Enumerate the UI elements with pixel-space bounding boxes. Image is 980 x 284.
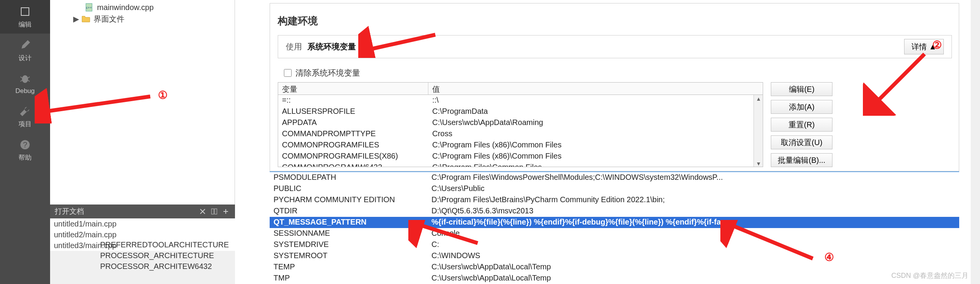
project-tree[interactable]: c++ mainwindow.cpp ▶ 界面文件 [50,0,235,205]
table-row[interactable]: QTDIRD:\Qt\Qt5.6.3\5.6.3\msvc2013 [270,206,959,217]
clear-env-label: 清除系统环境变量 [295,68,360,78]
wrench-icon [18,104,32,118]
build-env-title: 构建环境 [278,14,318,28]
table-row[interactable]: COMMONPROGRAMW6432C:\Program Files\Commo… [278,162,763,167]
tree-folder-label: 界面文件 [94,14,124,24]
svg-rect-12 [211,209,214,214]
table-row[interactable]: COMMONPROGRAMFILES(X86)C:\Program Files … [278,151,763,162]
tree-file[interactable]: c++ mainwindow.cpp [54,2,235,13]
tree-file-label: mainwindow.cpp [97,3,154,12]
scrollbar[interactable]: ▲ ▼ [753,95,763,167]
svg-text:c++: c++ [86,6,92,10]
tree-folder[interactable]: ▶ 界面文件 [54,13,235,25]
sidebar-item-label: Debug [15,87,35,95]
reset-button[interactable]: 重置(R) [771,118,832,132]
env-var-table[interactable]: 变量 值 =::::\ALLUSERSPROFILEC:\ProgramData… [278,82,763,167]
sidebar-item-debug[interactable]: Debug [0,67,50,100]
sidebar-item-label: 设计 [18,54,32,63]
sidebar-item-label: 编辑 [18,20,32,29]
chevron-up-icon: ▲ [929,42,936,51]
scroll-down-icon[interactable]: ▼ [756,161,761,167]
openfile-item[interactable]: untitled1/main.cpp [50,218,235,229]
table-row[interactable]: QT_MESSAGE_PATTERN%{if-critical}%{file}(… [270,217,959,228]
cpp-file-icon: c++ [85,3,94,12]
svg-rect-13 [215,209,217,214]
help-icon: ? [18,138,32,152]
table-row[interactable]: PYCHARM COMMUNITY EDITIOND:\Program File… [270,194,959,206]
details-button[interactable]: 详情 ▲ [904,39,944,54]
watermark: CSDN @春意盎然的三月 [891,271,968,280]
sidebar-item-help[interactable]: ? 帮助 [0,133,50,167]
sidebar-item-label: 帮助 [18,153,32,162]
unset-button[interactable]: 取消设置(U) [771,135,832,149]
edit-icon [18,5,32,19]
openfiles-title: 打开文档 [55,206,84,216]
clear-env-checkbox[interactable] [284,69,292,77]
build-env-box: 构建环境 使用 系统环境变量 详情 ▲ 清除系统环境变量 变量 值 =::::\… [270,3,959,171]
plus-icon[interactable] [221,207,230,216]
table-row[interactable]: ALLUSERSPROFILEC:\ProgramData [278,106,763,117]
table-row[interactable]: PUBLICC:\Users\Public [270,183,959,194]
table-row[interactable]: PSMODULEPATHC:\Program Files\WindowsPowe… [270,172,959,183]
svg-rect-0 [21,8,29,15]
left-sidebar: 编辑 设计 Debug 项目 ? 帮助 [0,0,50,284]
scroll-up-icon[interactable]: ▲ [756,96,761,102]
sidebar-item-project[interactable]: 项目 [0,100,50,133]
clear-env-checkbox-row: 清除系统环境变量 [284,68,360,78]
env-var-table-lower[interactable]: PSMODULEPATHC:\Program Files\WindowsPowe… [270,171,959,284]
main-panel: 构建环境 使用 系统环境变量 详情 ▲ 清除系统环境变量 变量 值 =::::\… [235,0,971,284]
bug-icon [18,72,32,86]
env-source: 系统环境变量 [307,41,356,52]
table-row[interactable]: SYSTEMROOTC:\WINDOWS [270,250,959,262]
add-button[interactable]: 添加(A) [771,100,832,114]
svg-point-1 [22,75,28,83]
table-row[interactable]: TMPC:\Users\wcb\AppData\Local\Temp [270,273,959,284]
table-row[interactable]: SESSIONNAMEConsole [270,228,959,239]
table-row[interactable]: SYSTEMDRIVEC: [270,239,959,250]
split-icon[interactable] [210,207,219,216]
sidebar-item-design[interactable]: 设计 [0,34,50,67]
env-actions: 编辑(E) 添加(A) 重置(R) 取消设置(U) 批量编辑(B)... [771,82,836,171]
pencil-icon [18,38,32,52]
batch-edit-button[interactable]: 批量编辑(B)... [771,153,832,167]
svg-text:?: ? [23,140,27,149]
table-row[interactable]: COMMANDPROMPTTYPECross [278,128,763,140]
env-source-row: 使用 系统环境变量 详情 ▲ [278,35,952,58]
close-icon[interactable] [198,207,207,216]
table-row[interactable]: COMMONPROGRAMFILESC:\Program Files (x86)… [278,140,763,151]
openfile-item[interactable]: untitled2/main.cpp [50,229,235,240]
edit-button[interactable]: 编辑(E) [771,82,832,96]
sidebar-item-edit[interactable]: 编辑 [0,0,50,34]
table-row[interactable]: TEMPC:\Users\wcb\AppData\Local\Temp [270,262,959,273]
table-row[interactable]: =::::\ [278,95,763,106]
folder-icon [81,14,91,24]
openfiles-header: 打开文档 [50,205,235,218]
table-row[interactable]: APPDATAC:\Users\wcb\AppData\Roaming [278,117,763,128]
sidebar-item-label: 项目 [18,120,32,128]
table-header: 变量 值 [278,83,763,95]
use-label: 使用 [286,41,302,52]
col-variable: 变量 [278,83,428,95]
col-value: 值 [428,83,763,95]
